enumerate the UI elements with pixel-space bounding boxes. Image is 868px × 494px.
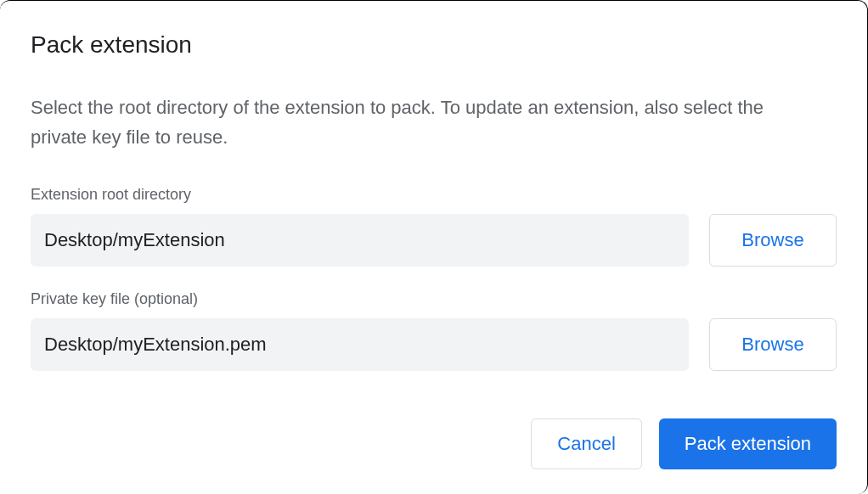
private-key-input[interactable] <box>31 318 689 371</box>
dialog-description: Select the root directory of the extensi… <box>31 93 812 152</box>
root-directory-label: Extension root directory <box>31 186 837 204</box>
dialog-actions: Cancel Pack extension <box>31 418 837 469</box>
root-directory-input[interactable] <box>31 214 689 267</box>
cancel-button[interactable]: Cancel <box>531 418 641 469</box>
pack-extension-button[interactable]: Pack extension <box>659 418 837 469</box>
dialog-title: Pack extension <box>31 31 837 59</box>
private-key-row: Browse <box>31 318 837 371</box>
private-key-browse-button[interactable]: Browse <box>709 318 837 371</box>
private-key-field-group: Private key file (optional) Browse <box>31 290 837 371</box>
root-directory-field-group: Extension root directory Browse <box>31 186 837 267</box>
pack-extension-dialog: Pack extension Select the root directory… <box>0 0 868 494</box>
private-key-label: Private key file (optional) <box>31 290 837 308</box>
root-directory-row: Browse <box>31 214 837 267</box>
root-directory-browse-button[interactable]: Browse <box>709 214 837 267</box>
